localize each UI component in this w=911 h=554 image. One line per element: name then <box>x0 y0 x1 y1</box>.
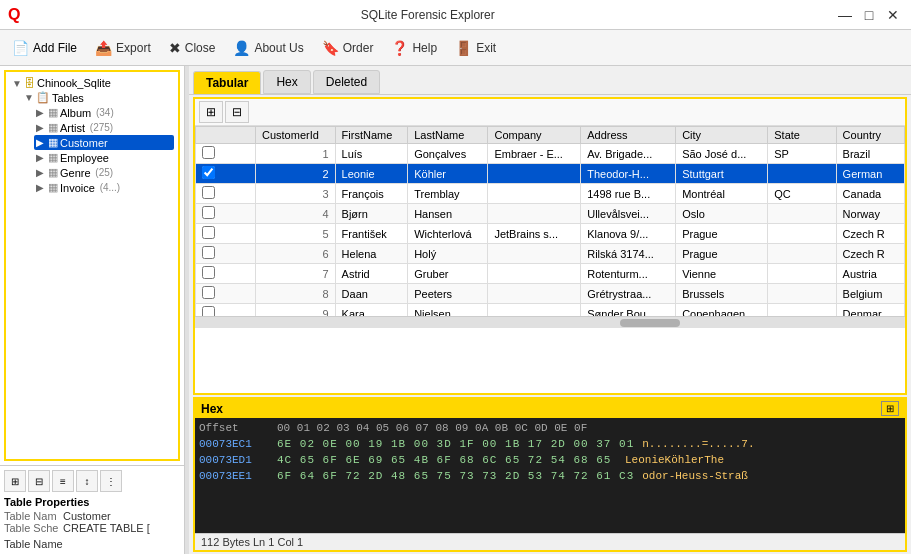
sidebar-item-customer[interactable]: ▶ ▦ Customer <box>34 135 174 150</box>
tree-root[interactable]: ▼ 🗄 Chinook_Sqlite <box>10 76 174 90</box>
hex-bytes: 6F 64 6F 72 2D 48 65 75 73 73 2D 53 74 7… <box>277 468 634 484</box>
col-header-country[interactable]: Country <box>836 127 904 144</box>
row-checkbox[interactable] <box>196 164 256 184</box>
table-row[interactable]: 6 Helena Holý Rilská 3174... Prague Czec… <box>196 244 905 264</box>
cell-city: Montréal <box>676 184 768 204</box>
left-tool-1[interactable]: ⊞ <box>4 470 26 492</box>
add-file-button[interactable]: 📄 Add File <box>4 34 85 62</box>
about-us-button[interactable]: 👤 About Us <box>225 34 311 62</box>
exit-button[interactable]: 🚪 Exit <box>447 34 504 62</box>
toolbar-btn-1[interactable]: ⊞ <box>199 101 223 123</box>
horizontal-scroll[interactable] <box>195 316 905 328</box>
cell-state <box>768 164 836 184</box>
cell-country: Brazil <box>836 144 904 164</box>
app-icon: Q <box>8 6 20 24</box>
sidebar-item-employee[interactable]: ▶ ▦ Employee <box>34 150 174 165</box>
sidebar-item-artist[interactable]: ▶ ▦ Artist (275) <box>34 120 174 135</box>
col-header-lastname[interactable]: LastName <box>408 127 488 144</box>
col-header-customerid[interactable]: CustomerId <box>256 127 336 144</box>
toolbar-btn-2[interactable]: ⊟ <box>225 101 249 123</box>
table-row[interactable]: 7 Astrid Gruber Rotenturm... Vienne Aust… <box>196 264 905 284</box>
row-checkbox[interactable] <box>196 264 256 284</box>
table-row[interactable]: 1 Luís Gonçalves Embraer - E... Av. Brig… <box>196 144 905 164</box>
hex-offset: 00073EC1 <box>199 436 269 452</box>
cell-id: 1 <box>256 144 336 164</box>
tab-tabular[interactable]: Tabular <box>193 71 261 94</box>
cell-lastname: Hansen <box>408 204 488 224</box>
left-tool-5[interactable]: ⋮ <box>100 470 122 492</box>
invoice-label: Invoice <box>60 182 95 194</box>
table-schema-prop-row: Table Sche CREATE TABLE [ <box>4 522 180 534</box>
cell-lastname: Holý <box>408 244 488 264</box>
table-row[interactable]: 5 František Wichterlová JetBrains s... K… <box>196 224 905 244</box>
table-row[interactable]: 8 Daan Peeters Grétrystraa... Brussels B… <box>196 284 905 304</box>
sidebar-item-genre[interactable]: ▶ ▦ Genre (25) <box>34 165 174 180</box>
row-checkbox[interactable] <box>196 284 256 304</box>
cell-id: 8 <box>256 284 336 304</box>
table-row[interactable]: 9 Kara Nielsen Sønder Bou... Copenhagen … <box>196 304 905 317</box>
minimize-button[interactable]: — <box>835 5 855 25</box>
sidebar-item-album[interactable]: ▶ ▦ Album (34) <box>34 105 174 120</box>
data-area[interactable]: ⊞ ⊟ CustomerId FirstName LastName Compan… <box>193 97 907 395</box>
col-header-address[interactable]: Address <box>581 127 676 144</box>
cell-id: 4 <box>256 204 336 224</box>
col-header-city[interactable]: City <box>676 127 768 144</box>
col-header-state[interactable]: State <box>768 127 836 144</box>
row-checkbox[interactable] <box>196 184 256 204</box>
tab-deleted[interactable]: Deleted <box>313 70 380 94</box>
cell-country: Belgium <box>836 284 904 304</box>
left-tools: ⊞ ⊟ ≡ ↕ ⋮ <box>4 470 180 492</box>
col-header-company[interactable]: Company <box>488 127 581 144</box>
hex-export-btn[interactable]: ⊞ <box>881 401 899 416</box>
tree-tables-label: Tables <box>52 92 84 104</box>
hex-area: Hex ⊞ Offset 00 01 02 03 04 05 06 07 08 … <box>193 397 907 552</box>
cell-address: Ullevålsvei... <box>581 204 676 224</box>
tab-hex[interactable]: Hex <box>263 70 310 94</box>
table-row[interactable]: 2 Leonie Köhler Theodor-H... Stuttgart G… <box>196 164 905 184</box>
cell-id: 3 <box>256 184 336 204</box>
table-row[interactable]: 3 François Tremblay 1498 rue B... Montré… <box>196 184 905 204</box>
cell-lastname: Peeters <box>408 284 488 304</box>
cell-state <box>768 244 836 264</box>
title-bar: Q SQLite Forensic Explorer — □ ✕ <box>0 0 911 30</box>
close-window-button[interactable]: ✕ <box>883 5 903 25</box>
help-button[interactable]: ❓ Help <box>383 34 445 62</box>
row-checkbox[interactable] <box>196 304 256 317</box>
row-checkbox[interactable] <box>196 244 256 264</box>
maximize-button[interactable]: □ <box>859 5 879 25</box>
row-checkbox[interactable] <box>196 144 256 164</box>
col-header-firstname[interactable]: FirstName <box>335 127 408 144</box>
cell-address: Sønder Bou... <box>581 304 676 317</box>
sidebar-item-invoice[interactable]: ▶ ▦ Invoice (4...) <box>34 180 174 195</box>
tab-deleted-label: Deleted <box>326 75 367 89</box>
help-icon: ❓ <box>391 40 408 56</box>
export-icon: 📤 <box>95 40 112 56</box>
cell-firstname: Kara <box>335 304 408 317</box>
cell-country: Denmar <box>836 304 904 317</box>
left-tool-2[interactable]: ⊟ <box>28 470 50 492</box>
left-tool-3[interactable]: ≡ <box>52 470 74 492</box>
cell-city: Copenhagen <box>676 304 768 317</box>
row-checkbox[interactable] <box>196 204 256 224</box>
tree-area[interactable]: ▼ 🗄 Chinook_Sqlite ▼ 📋 Tables ▶ ▦ Album … <box>4 70 180 461</box>
hex-footer-text: 112 Bytes Ln 1 Col 1 <box>201 536 303 548</box>
tree-tables[interactable]: ▼ 📋 Tables <box>22 90 174 105</box>
cell-address: Av. Brigade... <box>581 144 676 164</box>
cell-company <box>488 184 581 204</box>
hex-row: 00073EE1 6F 64 6F 72 2D 48 65 75 73 73 2… <box>199 468 901 484</box>
left-tool-4[interactable]: ↕ <box>76 470 98 492</box>
cell-state: SP <box>768 144 836 164</box>
cell-city: Brussels <box>676 284 768 304</box>
table-row[interactable]: 4 Bjørn Hansen Ullevålsvei... Oslo Norwa… <box>196 204 905 224</box>
cell-company <box>488 284 581 304</box>
order-button[interactable]: 🔖 Order <box>314 34 382 62</box>
customer-table-icon: ▦ <box>48 136 58 149</box>
genre-count: (25) <box>93 167 114 178</box>
about-us-icon: 👤 <box>233 40 250 56</box>
export-button[interactable]: 📤 Export <box>87 34 159 62</box>
row-checkbox[interactable] <box>196 224 256 244</box>
cell-state <box>768 304 836 317</box>
close-button[interactable]: ✖ Close <box>161 34 224 62</box>
exit-icon: 🚪 <box>455 40 472 56</box>
artist-expand-icon: ▶ <box>36 122 46 133</box>
